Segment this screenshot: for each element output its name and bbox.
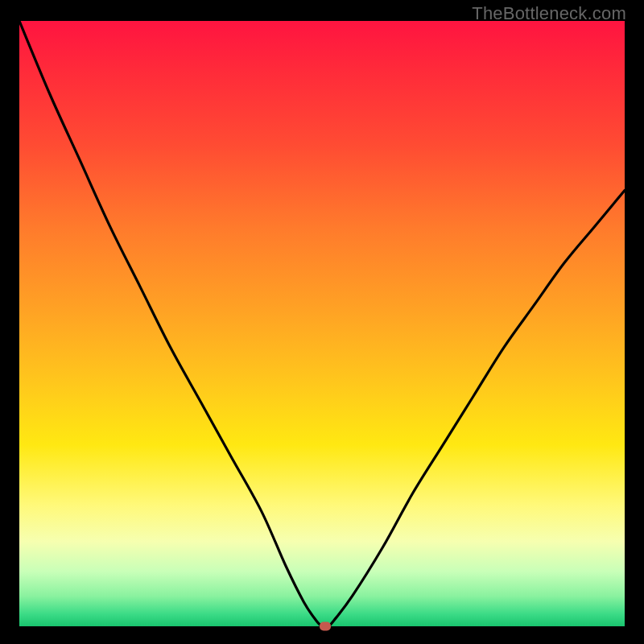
chart-frame: TheBottleneck.com bbox=[0, 0, 644, 644]
plot-area bbox=[19, 21, 625, 626]
bottleneck-curve bbox=[19, 21, 625, 626]
watermark-text: TheBottleneck.com bbox=[472, 3, 626, 24]
optimum-marker bbox=[320, 622, 331, 631]
